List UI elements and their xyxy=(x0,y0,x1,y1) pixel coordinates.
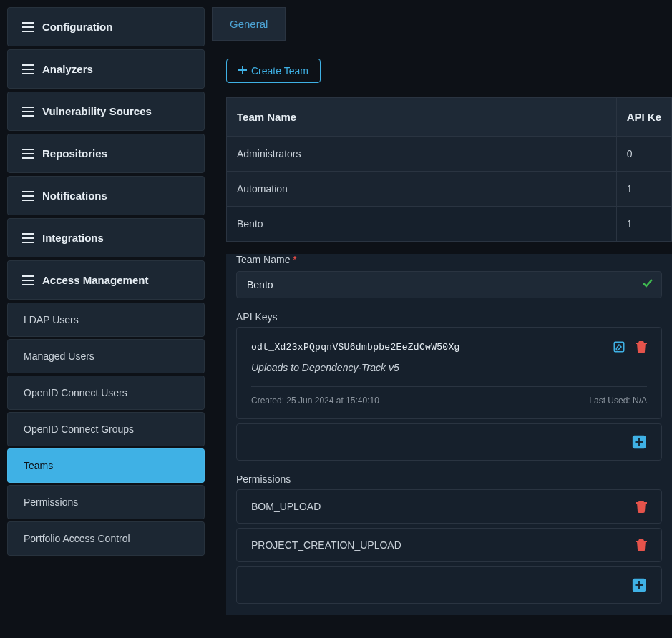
check-icon xyxy=(642,278,653,292)
sidebar-item-label: Repositories xyxy=(42,147,107,160)
svg-rect-7 xyxy=(22,111,34,112)
permission-row: PROJECT_CREATION_UPLOAD xyxy=(236,528,662,562)
cell-team-name: Administrators xyxy=(227,137,617,172)
cell-api-keys: 1 xyxy=(617,172,671,207)
create-team-label: Create Team xyxy=(251,65,308,77)
svg-rect-29 xyxy=(636,584,643,586)
content-body: Create Team Team Name API Ke Administrat… xyxy=(212,41,672,629)
required-indicator: * xyxy=(293,254,296,265)
svg-rect-5 xyxy=(22,73,34,74)
svg-rect-2 xyxy=(22,31,34,32)
sidebar-item-repositories[interactable]: Repositories xyxy=(7,134,205,173)
sidebar-item-managed-users[interactable]: Managed Users xyxy=(7,339,205,373)
svg-rect-12 xyxy=(22,191,34,192)
trash-icon[interactable] xyxy=(636,539,647,551)
tab-label: General xyxy=(230,18,268,30)
sidebar-item-label: Permissions xyxy=(24,496,78,508)
svg-rect-19 xyxy=(22,280,34,281)
cell-api-keys: 0 xyxy=(617,137,671,172)
plus-square-icon[interactable] xyxy=(631,434,647,450)
create-team-button[interactable]: Create Team xyxy=(226,59,321,83)
tab-bar: General xyxy=(212,7,672,41)
sidebar-item-label: Managed Users xyxy=(24,350,94,362)
teams-table: Team Name API Ke Administrators 0 Automa… xyxy=(226,97,672,242)
tab-general[interactable]: General xyxy=(212,7,286,41)
svg-rect-9 xyxy=(22,149,34,150)
sidebar-item-label: Analyzers xyxy=(42,63,93,75)
list-icon xyxy=(22,107,34,117)
sidebar-item-vulnerability-sources[interactable]: Vulnerability Sources xyxy=(7,92,205,131)
sidebar-item-configuration[interactable]: Configuration xyxy=(7,7,205,46)
permission-row: BOM_UPLOAD xyxy=(236,489,662,524)
cell-team-name: Automation xyxy=(227,172,617,207)
sidebar-item-openid-connect-groups[interactable]: OpenID Connect Groups xyxy=(7,412,205,446)
api-key-card: odt_Xd23xPQpqnVSU6dmbpbe2EeZdCwW50Xg Upl… xyxy=(236,327,662,419)
sidebar-item-openid-connect-users[interactable]: OpenID Connect Users xyxy=(7,376,205,410)
list-icon xyxy=(22,64,34,74)
trash-icon[interactable] xyxy=(636,340,647,353)
cell-api-keys: 1 xyxy=(617,207,671,242)
sidebar-item-label: Access Management xyxy=(42,274,148,286)
svg-rect-1 xyxy=(22,26,34,28)
api-key-description: Uploads to Dependency-Track v5 xyxy=(251,362,647,373)
permission-name: PROJECT_CREATION_UPLOAD xyxy=(251,539,401,551)
svg-rect-8 xyxy=(22,115,34,117)
add-api-key-panel xyxy=(236,423,662,461)
column-header-api-keys[interactable]: API Ke xyxy=(617,98,671,137)
api-key-value: odt_Xd23xPQpqnVSU6dmbpbe2EeZdCwW50Xg xyxy=(251,342,460,353)
api-key-last-used: Last Used: N/A xyxy=(589,396,647,406)
plus-square-icon[interactable] xyxy=(631,577,647,593)
api-keys-label: API Keys xyxy=(236,311,662,323)
team-name-input-wrap xyxy=(236,271,662,298)
sidebar: Configuration Analyzers Vulnerability So… xyxy=(0,0,212,638)
svg-rect-17 xyxy=(22,242,34,243)
svg-rect-11 xyxy=(22,157,34,159)
sidebar-item-label: LDAP Users xyxy=(24,314,79,325)
trash-icon[interactable] xyxy=(636,500,647,513)
sidebar-item-access-management[interactable]: Access Management xyxy=(7,260,205,300)
sidebar-item-label: OpenID Connect Users xyxy=(24,387,127,398)
svg-rect-15 xyxy=(22,233,34,235)
svg-rect-13 xyxy=(22,195,34,197)
list-icon xyxy=(22,191,34,201)
svg-rect-26 xyxy=(636,441,643,443)
svg-rect-6 xyxy=(22,107,34,108)
svg-rect-18 xyxy=(22,275,34,277)
svg-rect-23 xyxy=(614,342,624,352)
svg-rect-3 xyxy=(22,64,34,66)
column-header-team-name[interactable]: Team Name xyxy=(227,98,617,137)
svg-rect-14 xyxy=(22,200,34,201)
team-detail-panel: Team Name * API Keys odt_Xd23xPQpqnVSU6d… xyxy=(226,254,672,615)
sidebar-item-teams[interactable]: Teams xyxy=(7,448,205,483)
table-row[interactable]: Administrators 0 xyxy=(227,137,671,172)
team-name-label: Team Name * xyxy=(236,254,662,265)
svg-rect-20 xyxy=(22,284,34,285)
svg-rect-16 xyxy=(22,237,34,239)
sidebar-item-notifications[interactable]: Notifications xyxy=(7,176,205,215)
list-icon xyxy=(22,149,34,159)
svg-rect-4 xyxy=(22,69,34,70)
list-icon xyxy=(22,233,34,243)
sidebar-item-label: Teams xyxy=(24,460,53,471)
svg-rect-10 xyxy=(22,153,34,154)
sidebar-item-label: Integrations xyxy=(42,232,104,244)
sidebar-item-ldap-users[interactable]: LDAP Users xyxy=(7,303,205,337)
list-icon xyxy=(22,275,34,285)
svg-rect-22 xyxy=(238,69,247,71)
sidebar-item-analyzers[interactable]: Analyzers xyxy=(7,49,205,89)
sidebar-item-permissions[interactable]: Permissions xyxy=(7,485,205,519)
table-row[interactable]: Automation 1 xyxy=(227,172,671,207)
main-content: General Create Team Team Name API Ke Adm… xyxy=(212,0,672,638)
sidebar-item-label: OpenID Connect Groups xyxy=(24,423,134,435)
table-row[interactable]: Bento 1 xyxy=(227,207,671,242)
sidebar-item-label: Portfolio Access Control xyxy=(24,533,130,544)
edit-icon[interactable] xyxy=(613,340,625,353)
cell-team-name: Bento xyxy=(227,207,617,242)
sidebar-item-integrations[interactable]: Integrations xyxy=(7,218,205,257)
permissions-label: Permissions xyxy=(236,473,662,485)
sidebar-item-portfolio-access-control[interactable]: Portfolio Access Control xyxy=(7,521,205,556)
sidebar-item-label: Vulnerability Sources xyxy=(42,105,152,117)
team-name-input[interactable] xyxy=(236,271,662,298)
plus-icon xyxy=(238,65,247,77)
permission-name: BOM_UPLOAD xyxy=(251,501,321,512)
